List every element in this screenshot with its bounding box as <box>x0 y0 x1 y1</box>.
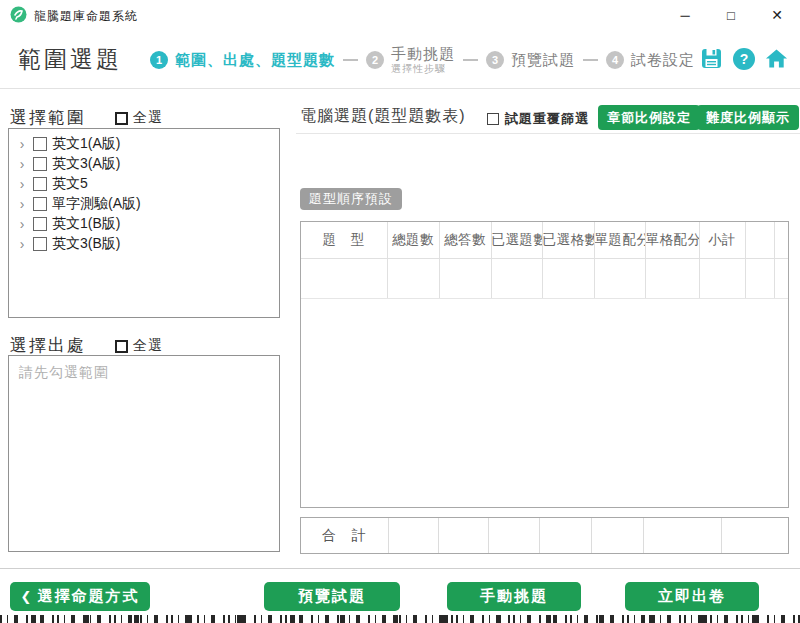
chevron-right-icon[interactable]: › <box>16 216 28 232</box>
step-1-label: 範圍、出處、題型題數 <box>175 51 335 70</box>
total-cell <box>388 518 438 553</box>
col-subtotal: 小計 <box>699 222 745 258</box>
col-total-answers: 總答數 <box>439 222 491 258</box>
step-2-circle: 2 <box>366 51 384 69</box>
step-3-circle: 3 <box>486 51 504 69</box>
cell-selected-blanks[interactable] <box>542 258 594 298</box>
cell-total-questions[interactable] <box>387 258 439 298</box>
source-list: 請先勾選範圍 <box>8 355 280 552</box>
back-to-method-button[interactable]: ❮ 選擇命題方式 <box>10 582 150 611</box>
col-total-questions: 總題數 <box>387 222 439 258</box>
tree-item-label[interactable]: 單字測驗(A版) <box>52 195 141 213</box>
question-type-table: 題 型 總題數 總答數 已選題數 已選格數 單題配分 單格配分 小計 <box>300 221 789 508</box>
header-action-icons: ? <box>700 47 788 70</box>
total-cell <box>721 518 788 553</box>
step-2-sublabel: 選擇性步驟 <box>391 63 455 74</box>
range-section-title: 選擇範圍 <box>10 106 86 129</box>
footer-divider <box>0 568 800 569</box>
window-title: 龍騰題庫命題系統 <box>34 8 138 25</box>
total-cell <box>488 518 539 553</box>
chevron-right-icon[interactable]: › <box>16 156 28 172</box>
col-points-per-question: 單題配分 <box>594 222 645 258</box>
cell-points-per-question[interactable] <box>594 258 645 298</box>
source-select-all-checkbox[interactable] <box>115 340 128 353</box>
step-connector <box>583 59 598 61</box>
tree-item-label[interactable]: 英文1(B版) <box>52 215 120 233</box>
tree-item-label[interactable]: 英文3(B版) <box>52 235 120 253</box>
total-row: 合 計 <box>301 518 788 553</box>
source-section-title: 選擇出處 <box>10 334 86 357</box>
type-order-button[interactable]: 題型順序預設 <box>300 188 402 210</box>
range-select-all-label: 全選 <box>133 109 163 127</box>
tree-item: ›英文1(A版) <box>9 134 279 154</box>
dedupe-checkbox[interactable] <box>487 113 499 125</box>
chevron-right-icon[interactable]: › <box>16 176 28 192</box>
col-empty <box>774 222 788 258</box>
chevron-right-icon[interactable]: › <box>16 236 28 252</box>
range-select-all-checkbox[interactable] <box>115 112 128 125</box>
difficulty-ratio-button[interactable]: 難度比例顯示 <box>697 105 799 130</box>
range-tree[interactable]: ›英文1(A版) ›英文3(A版) ›英文5 ›單字測驗(A版) ›英文1(B版… <box>8 128 280 318</box>
step-1-circle: 1 <box>150 51 168 69</box>
dedupe-label: 試題重覆篩選 <box>505 110 589 128</box>
step-4-label: 試卷設定 <box>631 51 695 70</box>
cell-selected-questions[interactable] <box>491 258 542 298</box>
save-icon[interactable] <box>700 47 723 70</box>
chapter-ratio-button[interactable]: 章節比例設定 <box>598 105 700 130</box>
tree-item-checkbox[interactable] <box>33 177 47 191</box>
chevron-right-icon[interactable]: › <box>16 136 28 152</box>
cell-subtotal[interactable] <box>699 258 745 298</box>
col-question-type: 題 型 <box>301 222 387 258</box>
total-label: 合 計 <box>301 518 388 553</box>
tree-item-checkbox[interactable] <box>33 237 47 251</box>
col-selected-questions: 已選題數 <box>491 222 542 258</box>
app-logo-icon <box>10 6 27 23</box>
tree-item: ›英文3(B版) <box>9 234 279 254</box>
tree-item-label[interactable]: 英文5 <box>52 175 88 193</box>
app-window: 龍騰題庫命題系統 ─ □ ✕ 範圍選題 1 範圍、出處、題型題數 2 手動挑題 … <box>0 0 800 623</box>
tree-item: ›英文3(A版) <box>9 154 279 174</box>
manual-pick-button[interactable]: 手動挑題 <box>447 582 581 611</box>
tree-item-checkbox[interactable] <box>33 157 47 171</box>
minimize-icon[interactable]: ─ <box>662 0 708 30</box>
preview-questions-button[interactable]: 預覽試題 <box>264 582 400 611</box>
table-row <box>301 258 788 298</box>
total-cell <box>539 518 591 553</box>
maximize-icon[interactable]: □ <box>708 0 754 30</box>
wizard-steps: 1 範圍、出處、題型題數 2 手動挑題 選擇性步驟 3 預覽試題 4 試卷設定 <box>150 40 695 80</box>
col-selected-blanks: 已選格數 <box>542 222 594 258</box>
clipped-bottom-text <box>0 615 800 623</box>
title-bar: 龍騰題庫命題系統 ─ □ ✕ <box>0 0 800 30</box>
col-empty <box>745 222 774 258</box>
total-cell <box>643 518 721 553</box>
cell-points-per-blank[interactable] <box>645 258 699 298</box>
panel-divider <box>296 133 800 134</box>
tree-item: ›英文1(B版) <box>9 214 279 234</box>
total-row-table: 合 計 <box>300 517 789 554</box>
step-4-circle: 4 <box>606 51 624 69</box>
cell-empty <box>774 258 788 298</box>
generate-paper-button[interactable]: 立即出卷 <box>625 582 759 611</box>
step-connector <box>343 59 358 61</box>
home-icon[interactable] <box>765 47 788 70</box>
tree-item-label[interactable]: 英文3(A版) <box>52 155 120 173</box>
tree-item-checkbox[interactable] <box>33 217 47 231</box>
cell-question-type[interactable] <box>301 258 387 298</box>
chevron-right-icon[interactable]: › <box>16 196 28 212</box>
close-icon[interactable]: ✕ <box>754 0 800 30</box>
dedupe-filter[interactable]: 試題重覆篩選 <box>487 110 589 128</box>
tree-item-checkbox[interactable] <box>33 137 47 151</box>
table-header-row: 題 型 總題數 總答數 已選題數 已選格數 單題配分 單格配分 小計 <box>301 222 788 258</box>
cell-total-answers[interactable] <box>439 258 491 298</box>
total-cell <box>591 518 643 553</box>
step-2-label: 手動挑題 選擇性步驟 <box>391 46 455 74</box>
tree-item: ›英文5 <box>9 174 279 194</box>
tree-item-checkbox[interactable] <box>33 197 47 211</box>
source-select-all[interactable]: 全選 <box>115 337 163 355</box>
source-select-all-label: 全選 <box>133 337 163 355</box>
range-select-all[interactable]: 全選 <box>115 109 163 127</box>
help-icon[interactable]: ? <box>733 48 755 70</box>
tree-item-label[interactable]: 英文1(A版) <box>52 135 120 153</box>
chevron-left-icon: ❮ <box>21 589 32 604</box>
cell-empty <box>745 258 774 298</box>
